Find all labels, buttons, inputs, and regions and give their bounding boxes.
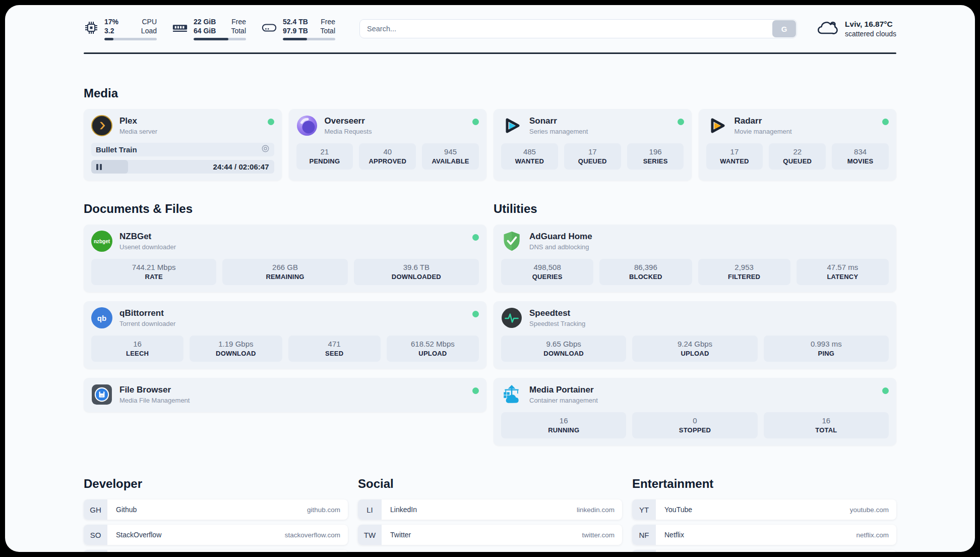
bookmark-name: Twitter [390,531,411,539]
bookmark-abbr: SO [84,525,107,545]
stat-value: 17 [566,147,619,156]
stat-label: UPLOAD [634,350,755,357]
stat-label: UPLOAD [389,350,477,357]
stat-value: 945 [424,147,477,156]
stat-value: 9.24 Gbps [634,340,755,348]
scrobble-icon[interactable] [261,144,270,155]
bookmark-abbr: RE [632,550,656,552]
bookmark-netflix[interactable]: NF Netflix netflix.com [632,525,896,545]
app-name: Sonarr [529,116,670,126]
app-card-adguard[interactable]: AdGuard Home DNS and adblocking 498,508Q… [494,225,896,292]
app-name: AdGuard Home [529,232,889,242]
stat-label: REMAINING [224,273,345,281]
disk-stat: 52.4 TB97.9 TB FreeTotal [261,17,335,40]
overseerr-icon [296,115,318,136]
bookmark-abbr: YT [632,499,656,520]
status-dot [268,119,274,125]
app-card-nzbget[interactable]: nzbget NZBGet Usenet downloader 744.21 M… [84,225,486,292]
stat-box: 0STOPPED [632,412,757,438]
stat-label: SERIES [629,157,682,165]
stat-label: WANTED [708,157,761,165]
stat-box: 196SERIES [627,143,684,170]
status-dot [678,119,684,125]
section-title-utilities: Utilities [494,202,896,216]
app-card-sonarr[interactable]: Sonarr Series management 485WANTED 17QUE… [494,109,692,181]
app-name: Media Portainer [529,385,875,395]
stat-label: DOWNLOAD [503,350,624,357]
section-title-entertainment: Entertainment [632,477,896,491]
app-card-qbittorrent[interactable]: qb qBittorrent Torrent downloader 16LEEC… [84,301,486,369]
stat-value: 744.21 Mbps [93,263,214,271]
bookmark-url: twitter.com [582,531,615,539]
cpu-label-1: CPU [141,17,157,26]
stat-label: AVAILABLE [424,157,477,165]
bookmark-reddit[interactable]: RE Reddit reddit.com [632,550,896,552]
pause-button[interactable] [96,164,102,170]
stat-label: RATE [93,273,214,281]
bookmark-url: linkedin.com [577,506,615,514]
stat-box: 16LEECH [91,336,183,362]
stat-value: 21 [298,147,351,156]
sonarr-icon [501,115,522,136]
playback-progressbar[interactable]: 24:44 / 02:06:47 [91,160,274,174]
stat-value: 498,508 [503,263,591,271]
stat-value: 485 [503,147,556,156]
bookmark-github[interactable]: GH Github github.com [84,499,348,520]
search-engine-button[interactable]: G [772,20,796,37]
weather-location-temp: Lviv, 16.87°C [845,20,896,29]
app-card-speedtest[interactable]: Speedtest Speedtest Tracking 9.65 GbpsDO… [494,301,896,369]
stat-box: 40APPROVED [359,143,416,170]
stat-box: 16TOTAL [764,412,889,438]
bookmark-linkedin[interactable]: LI LinkedIn linkedin.com [358,499,622,520]
status-dot [472,387,479,394]
stat-value: 834 [834,147,887,156]
top-bar: 17%3.2 CPULoad 22 [84,5,896,40]
ram-stat: 22 GiB64 GiB FreeTotal [172,17,246,40]
app-name: Speedtest [529,308,889,318]
app-card-plex[interactable]: Plex Media server Bullet Train 24:44 / 0… [84,109,282,181]
stat-value: 39.6 TB [356,263,477,271]
status-dot [882,387,889,394]
status-dot [472,119,479,125]
app-card-radarr[interactable]: Radarr Movie management 17WANTED 22QUEUE… [699,109,897,181]
stat-label: LEECH [93,350,181,357]
stat-value: 266 GB [224,263,345,271]
app-name: NZBGet [119,232,465,242]
bookmark-twitter[interactable]: TW Twitter twitter.com [358,525,622,545]
section-title-developer: Developer [84,477,348,491]
app-subtitle: Movie management [734,128,876,135]
stat-box: 945AVAILABLE [422,143,479,170]
stat-label: WANTED [503,157,556,165]
search-input[interactable] [359,19,797,38]
header-divider [84,52,896,54]
stat-value: 1.19 Gbps [192,340,280,348]
now-playing-title: Bullet Train [96,145,261,154]
stat-value: 17 [708,147,761,156]
disk-label-1: Free [320,17,335,26]
stat-label: FILTERED [700,273,788,281]
bookmark-stackoverflow[interactable]: SO StackOverflow stackoverflow.com [84,525,348,545]
status-dot [882,119,889,125]
bookmark-youtube[interactable]: YT YouTube youtube.com [632,499,896,520]
app-subtitle: Media Requests [325,128,466,135]
cloud-icon [816,19,838,39]
disk-label-2: Total [320,26,335,35]
nzbget-icon: nzbget [91,231,112,252]
stat-value: 9.65 Gbps [503,340,624,348]
disk-progressbar [283,38,335,40]
stat-box: 16RUNNING [501,412,626,438]
ram-icon [172,22,188,36]
stat-value: 618.52 Mbps [389,340,477,348]
app-name: File Browser [119,385,465,395]
app-card-filebrowser[interactable]: File Browser Media File Management [84,378,486,412]
stat-label: STOPPED [634,426,755,434]
app-card-portainer[interactable]: Media Portainer Container management 16R… [494,378,896,445]
app-card-overseerr[interactable]: Overseerr Media Requests 21PENDING 40APP… [289,109,487,181]
disk-icon [261,21,277,36]
stat-value: 47.57 ms [799,263,887,271]
stat-box: 744.21 MbpsRATE [91,259,216,285]
stat-box: 0.993 msPING [764,336,889,362]
stat-label: DOWNLOAD [192,350,280,357]
bookmark-dev[interactable]: DT DEV dev.to [84,550,348,552]
stat-value: 196 [629,147,682,156]
